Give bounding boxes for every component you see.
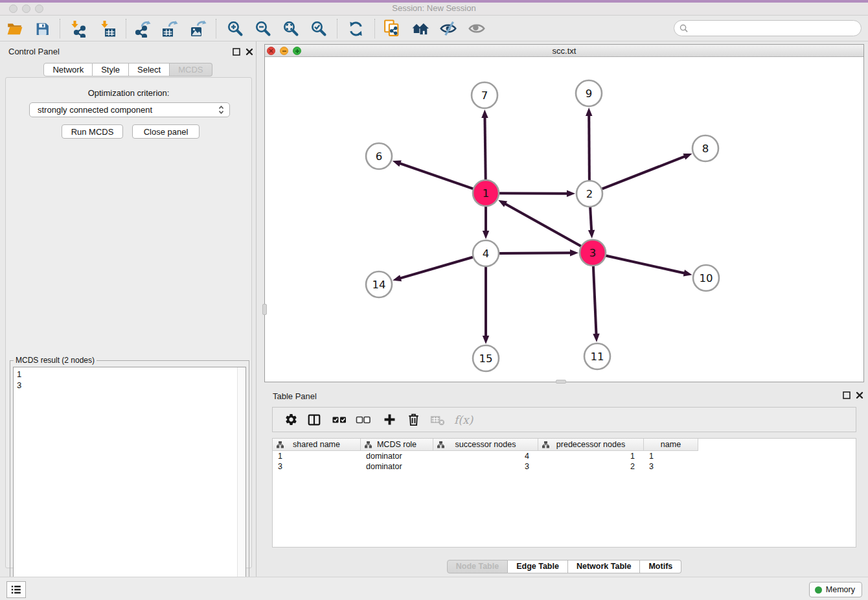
tab-mcds[interactable]: MCDS [170, 63, 212, 76]
table-cell[interactable]: 3 [433, 461, 538, 472]
edge-1-4[interactable] [483, 207, 489, 240]
deselect-all-icon[interactable] [352, 408, 375, 432]
table-cell[interactable]: dominator [361, 451, 433, 461]
edge-3-10[interactable] [606, 255, 692, 276]
network-window-titlebar[interactable]: scc.txt [265, 45, 863, 57]
zoom-in-icon[interactable] [223, 17, 247, 40]
select-all-icon[interactable] [328, 408, 351, 432]
svg-text:2: 2 [586, 188, 593, 200]
table-cell[interactable]: 1 [644, 451, 698, 461]
delete-icon[interactable] [402, 408, 425, 432]
table-cell[interactable]: 2 [538, 461, 644, 472]
close-panel-icon[interactable] [246, 48, 253, 56]
control-panel-title: Control Panel [8, 47, 60, 56]
column-header-successor-nodes[interactable]: successor nodes [433, 439, 538, 451]
node-10[interactable]: 10 [693, 265, 719, 291]
export-network-icon[interactable] [130, 17, 155, 40]
delete-table-icon[interactable] [426, 408, 449, 432]
table-cell[interactable]: 3 [644, 461, 698, 472]
table-tab-network-table[interactable]: Network Table [568, 560, 641, 573]
table-tab-node-table[interactable]: Node Table [447, 560, 508, 573]
import-table-icon[interactable] [95, 17, 120, 40]
node-15[interactable]: 15 [473, 345, 499, 371]
node-8[interactable]: 8 [692, 135, 718, 161]
zoom-selected-icon[interactable] [306, 17, 331, 40]
tab-style[interactable]: Style [93, 63, 129, 76]
svg-text:3: 3 [589, 247, 597, 259]
split-columns-icon[interactable] [303, 408, 326, 432]
node-4[interactable]: 4 [473, 240, 499, 266]
close-table-panel-icon[interactable] [856, 391, 863, 399]
table-row[interactable]: 3dominator323 [273, 461, 698, 472]
svg-text:6: 6 [376, 150, 383, 163]
run-mcds-button[interactable]: Run MCDS [62, 124, 123, 139]
table-tab-edge-table[interactable]: Edge Table [508, 560, 568, 573]
edge-1-2[interactable] [499, 190, 575, 197]
function-builder-icon[interactable]: f(x) [450, 408, 478, 432]
edge-4-14[interactable] [393, 257, 473, 281]
add-column-icon[interactable] [378, 408, 401, 432]
tab-select[interactable]: Select [129, 63, 170, 76]
column-header-MCDS-role[interactable]: MCDS role [361, 439, 433, 451]
edge-4-3[interactable] [499, 249, 578, 256]
split-handle-left[interactable] [262, 304, 267, 315]
save-icon[interactable] [30, 17, 54, 40]
open-folder-icon[interactable] [3, 17, 27, 40]
column-header-name[interactable]: name [644, 439, 698, 451]
tab-network[interactable]: Network [43, 63, 93, 76]
node-9[interactable]: 9 [576, 80, 602, 106]
split-handle-bottom[interactable] [556, 380, 566, 384]
edge-1-6[interactable] [393, 161, 474, 189]
refresh-icon[interactable] [343, 17, 368, 40]
node-3[interactable]: 3 [580, 240, 606, 266]
import-network-icon[interactable] [65, 17, 90, 40]
memory-button[interactable]: Memory [809, 582, 862, 597]
table-cell[interactable]: 3 [273, 461, 361, 472]
network-canvas[interactable]: 7968124314101511 [265, 57, 863, 382]
table-tab-motifs[interactable]: Motifs [640, 560, 681, 573]
edge-2-3[interactable] [588, 207, 595, 238]
svg-text:11: 11 [591, 351, 604, 363]
zoom-fit-icon[interactable] [279, 17, 303, 40]
first-neighbors-icon[interactable] [408, 17, 433, 40]
table-row[interactable]: 1dominator411 [273, 451, 698, 461]
edge-4-15[interactable] [483, 267, 489, 345]
edge-2-8[interactable] [602, 154, 692, 189]
search-input[interactable] [674, 20, 862, 36]
show-all-icon[interactable] [464, 17, 489, 40]
node-table[interactable]: shared nameMCDS rolesuccessor nodesprede… [272, 438, 856, 548]
node-11[interactable]: 11 [584, 343, 610, 369]
node-2[interactable]: 2 [577, 181, 602, 207]
edge-2-9[interactable] [586, 108, 592, 181]
close-panel-button[interactable]: Close panel [132, 124, 200, 139]
column-header-predecessor-nodes[interactable]: predecessor nodes [538, 439, 644, 451]
table-panel: Table Panel f(x) shared name [264, 386, 864, 577]
zoom-out-icon[interactable] [251, 17, 275, 40]
gear-icon[interactable] [279, 408, 303, 432]
toolbar-separator [337, 19, 337, 38]
node-6[interactable]: 6 [366, 143, 392, 169]
edge-3-11[interactable] [593, 266, 599, 342]
hide-selected-icon[interactable] [436, 17, 461, 40]
table-cell[interactable]: 1 [538, 451, 644, 461]
column-header-shared-name[interactable]: shared name [273, 439, 361, 451]
float-table-panel-icon[interactable] [843, 391, 851, 399]
export-image-icon[interactable] [186, 17, 211, 40]
optimization-select[interactable]: strongly connected component [29, 102, 230, 117]
node-7[interactable]: 7 [472, 82, 497, 108]
result-scrollbar[interactable] [237, 367, 246, 599]
edge-3-1[interactable] [498, 200, 581, 246]
task-list-icon[interactable] [6, 581, 26, 598]
edge-1-7[interactable] [481, 110, 488, 180]
mcds-result-box[interactable]: 13 [13, 367, 246, 599]
network-graph[interactable]: 7968124314101511 [265, 57, 863, 382]
export-table-icon[interactable] [157, 17, 182, 40]
float-panel-icon[interactable] [233, 48, 240, 56]
table-cell[interactable]: 4 [433, 451, 538, 461]
node-1[interactable]: 1 [473, 180, 499, 206]
node-14[interactable]: 14 [366, 271, 392, 297]
table-cell[interactable]: 1 [273, 451, 361, 461]
table-cell[interactable]: dominator [361, 461, 433, 472]
copy-network-icon[interactable] [380, 17, 404, 40]
search-text-input[interactable] [691, 24, 861, 33]
